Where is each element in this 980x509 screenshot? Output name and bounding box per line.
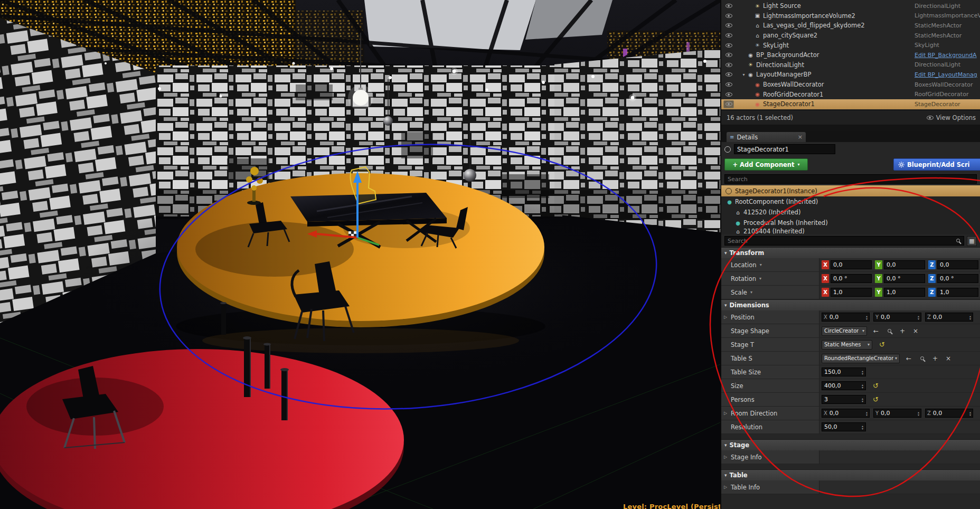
- viewport-3d[interactable]: Level: ProcLevel (Persistent): [0, 0, 720, 509]
- spinner-icon[interactable]: ▴▾: [969, 315, 971, 320]
- spinner-icon[interactable]: ▴▾: [862, 397, 863, 402]
- position-y-input[interactable]: Y0,0▴▾: [873, 313, 921, 322]
- size-input[interactable]: 400,0▴▾: [822, 381, 866, 390]
- blueprint-add-script-button[interactable]: Blueprint/Add Scri: [893, 158, 980, 171]
- expander-icon[interactable]: ▾: [741, 72, 747, 77]
- rotation-y-input[interactable]: 0,0 °: [884, 274, 925, 283]
- stage-shape-dropdown[interactable]: CircleCreator▾: [822, 326, 867, 336]
- expander-icon[interactable]: ▷: [724, 411, 727, 416]
- persons-label[interactable]: Persons: [721, 393, 819, 406]
- visibility-eye-icon[interactable]: [723, 61, 734, 69]
- table-s-label[interactable]: Table S: [721, 352, 819, 365]
- outliner-row[interactable]: ◉RoofGridDecorator1RoofGridDecorator: [721, 89, 980, 99]
- scale-z-input[interactable]: 1,0: [937, 288, 978, 297]
- visibility-eye-icon[interactable]: [723, 100, 734, 108]
- spinner-icon[interactable]: ▴▾: [866, 315, 868, 320]
- scale-y-input[interactable]: 1,0: [884, 288, 925, 297]
- room-direction-x-input[interactable]: X0,0▴▾: [822, 409, 870, 418]
- position-label[interactable]: ▷ Position: [721, 310, 819, 324]
- location-z-input[interactable]: 0,0: [937, 260, 978, 269]
- actor-type-link[interactable]: Edit BP_LayoutManag: [915, 71, 980, 78]
- outliner-row[interactable]: ⌂Las_vegas_old_flipped_skydome2StaticMes…: [721, 21, 980, 31]
- outliner-row[interactable]: ☀Light SourceDirectionalLight: [721, 1, 980, 11]
- size-label[interactable]: Size: [721, 379, 819, 392]
- add-element-icon[interactable]: +: [931, 354, 939, 363]
- outliner-row[interactable]: ☀SkyLightSkyLight: [721, 40, 980, 50]
- scale-label[interactable]: Scale▾: [721, 286, 819, 299]
- browse-icon[interactable]: [918, 354, 926, 363]
- reset-to-default-icon[interactable]: ↺: [873, 395, 879, 403]
- spinner-icon[interactable]: ▴▾: [969, 411, 971, 416]
- actor-label[interactable]: StageDecorator1: [763, 100, 915, 108]
- stage-shape-label[interactable]: Stage Shape: [721, 324, 819, 337]
- table-size-label[interactable]: Table Size: [721, 365, 819, 379]
- component-row[interactable]: ⌂412520 (Inherited): [721, 207, 980, 218]
- reset-to-default-icon[interactable]: ↺: [879, 341, 885, 348]
- component-search-input[interactable]: [724, 174, 977, 184]
- property-search-input[interactable]: [724, 236, 964, 246]
- location-label[interactable]: Location▾: [721, 258, 819, 271]
- actor-label[interactable]: BP_BackgroundActor: [756, 51, 915, 59]
- section-header-dimensions[interactable]: ▾ Dimensions: [721, 299, 980, 310]
- actor-type-link[interactable]: Edit BP_BackgroundA: [915, 52, 980, 59]
- actor-label[interactable]: LayoutManagerBP: [756, 71, 915, 78]
- location-y-input[interactable]: 0,0: [884, 260, 925, 269]
- visibility-eye-icon[interactable]: [723, 2, 734, 10]
- tab-details[interactable]: ≡ Details ×: [727, 132, 806, 142]
- table-s-dropdown[interactable]: RoundedRectangleCreator▾: [822, 354, 900, 363]
- outliner-row[interactable]: ▣LightmassImportanceVolume2LightmassImpo…: [721, 11, 980, 21]
- instance-header-row[interactable]: StageDecorator1(Instance): [721, 185, 980, 196]
- visibility-eye-icon[interactable]: [723, 41, 734, 49]
- visibility-eye-icon[interactable]: [723, 22, 734, 30]
- stage-t-label[interactable]: Stage T: [721, 338, 819, 351]
- outliner-row[interactable]: ◉BP_BackgroundActorEdit BP_BackgroundA: [721, 50, 980, 60]
- clear-icon[interactable]: ×: [944, 354, 953, 363]
- resolution-input[interactable]: 50,0▴▾: [822, 422, 866, 431]
- component-label[interactable]: 412520 (Inherited): [743, 209, 800, 216]
- visibility-eye-icon[interactable]: [723, 12, 734, 20]
- actor-name-input[interactable]: [734, 144, 835, 154]
- rotation-x-input[interactable]: 0,0 °: [831, 274, 872, 283]
- actor-label[interactable]: Las_vegas_old_flipped_skydome2: [763, 22, 915, 29]
- component-label[interactable]: 2105404 (Inherited): [743, 228, 805, 234]
- scale-x-input[interactable]: 1,0: [831, 288, 872, 297]
- reset-to-default-icon[interactable]: ↺: [873, 382, 879, 390]
- stage-info-label[interactable]: ▷ Stage Info: [721, 450, 819, 464]
- spinner-icon[interactable]: ▴▾: [862, 370, 863, 375]
- spinner-icon[interactable]: ▴▾: [918, 315, 919, 320]
- actor-label[interactable]: DirectionalLight: [756, 61, 915, 69]
- browse-icon[interactable]: [885, 327, 893, 335]
- table-info-label[interactable]: ▷ Table Info: [721, 480, 819, 494]
- section-header-table[interactable]: ▾ Table: [721, 469, 980, 480]
- section-header-transform[interactable]: ▾ Transform: [721, 247, 980, 258]
- room-direction-y-input[interactable]: Y0,0▴▾: [873, 409, 921, 418]
- visibility-eye-icon[interactable]: [723, 32, 734, 40]
- section-header-stage[interactable]: ▾ Stage: [721, 439, 980, 450]
- actor-label[interactable]: SkyLight: [763, 42, 915, 49]
- spinner-icon[interactable]: ▴▾: [862, 383, 863, 389]
- outliner-row[interactable]: ◉StageDecorator1StageDecorator: [721, 99, 980, 109]
- resolution-label[interactable]: Resolution: [721, 420, 819, 433]
- add-element-icon[interactable]: +: [898, 327, 907, 335]
- visibility-eye-icon[interactable]: [723, 51, 734, 59]
- visibility-eye-icon[interactable]: [723, 90, 734, 98]
- add-component-button[interactable]: + Add Component ▾: [724, 158, 808, 171]
- spinner-icon[interactable]: ▴▾: [918, 411, 919, 416]
- component-row[interactable]: ●RootComponent (Inherited): [721, 196, 980, 207]
- spinner-icon[interactable]: ▴▾: [862, 425, 863, 430]
- clear-icon[interactable]: ×: [911, 327, 920, 335]
- component-row[interactable]: ⌂2105404 (Inherited): [721, 228, 980, 234]
- location-x-input[interactable]: 0,0: [831, 260, 872, 269]
- visibility-eye-icon[interactable]: [723, 81, 734, 89]
- stage-t-dropdown[interactable]: Static Meshes▾: [822, 340, 872, 350]
- expander-icon[interactable]: ▷: [724, 485, 727, 489]
- spinner-icon[interactable]: ▴▾: [866, 411, 868, 416]
- position-z-input[interactable]: Z0,0▴▾: [925, 313, 973, 322]
- actor-label[interactable]: Light Source: [763, 2, 915, 10]
- outliner-row[interactable]: ☀DirectionalLightDirectionalLight: [721, 60, 980, 70]
- outliner-row[interactable]: ▾◉LayoutManagerBPEdit BP_LayoutManag: [721, 70, 980, 80]
- actor-label[interactable]: BoxesWallDecorator: [763, 81, 915, 88]
- expander-icon[interactable]: ▷: [724, 315, 727, 319]
- actor-label[interactable]: LightmassImportanceVolume2: [763, 12, 915, 20]
- use-selected-icon[interactable]: ←: [872, 327, 880, 335]
